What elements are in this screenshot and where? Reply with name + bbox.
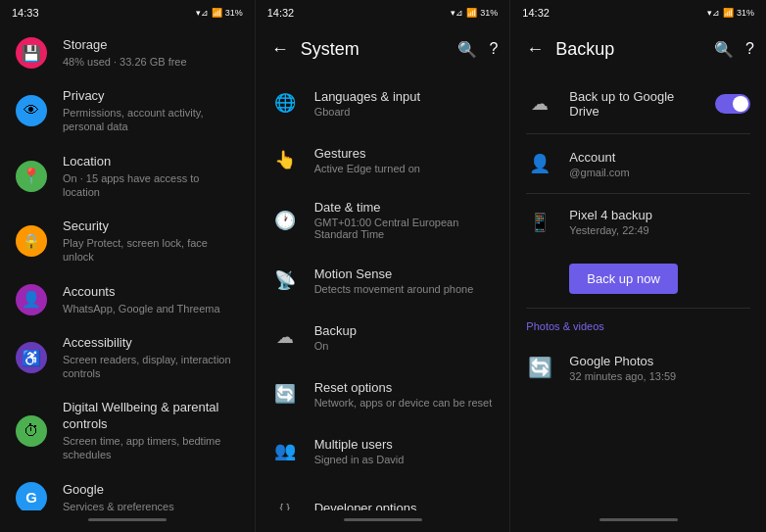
system-date-time[interactable]: 🕐 Date & time GMT+01:00 Central European… bbox=[256, 188, 510, 252]
signal-icon-3: 📶 bbox=[723, 8, 734, 18]
sidebar-item-accounts[interactable]: 👤 Accounts WhatsApp, Google and Threema bbox=[0, 274, 255, 325]
status-bar-2: 14:32 ▾⊿ 📶 31% bbox=[256, 0, 510, 24]
storage-title: Storage bbox=[63, 37, 239, 54]
wellbeing-icon: ⏱ bbox=[16, 415, 47, 447]
gestures-sub: Active Edge turned on bbox=[314, 163, 495, 174]
phone-icon: 📱 bbox=[526, 212, 553, 233]
security-text: Security Play Protect, screen lock, face… bbox=[63, 218, 239, 264]
backup-to-google-item[interactable]: ☁ Back up to Google Drive bbox=[510, 74, 766, 133]
location-icon: 📍 bbox=[16, 161, 47, 192]
wellbeing-sub: Screen time, app timers, bedtime schedul… bbox=[63, 434, 239, 462]
account-item[interactable]: 👤 Account @gmail.com bbox=[510, 134, 766, 193]
account-icon: 👤 bbox=[526, 153, 553, 174]
languages-title: Languages & input bbox=[314, 89, 495, 104]
accounts-title: Accounts bbox=[63, 284, 239, 301]
date-icon: 🕐 bbox=[271, 210, 299, 231]
accessibility-icon: ♿ bbox=[16, 342, 47, 373]
motion-sub: Detects movement around phone bbox=[314, 283, 495, 295]
system-header: ← System 🔍 ? bbox=[256, 24, 510, 74]
system-languages[interactable]: 🌐 Languages & input Gboard bbox=[256, 74, 510, 131]
sidebar-item-google[interactable]: G Google Services & preferences bbox=[0, 472, 255, 510]
status-bar-1: 14:33 ▾⊿ 📶 31% bbox=[0, 0, 255, 24]
accessibility-sub: Screen readers, display, interaction con… bbox=[63, 353, 239, 381]
wellbeing-text: Digital Wellbeing & parental controls Sc… bbox=[63, 400, 239, 461]
help-icon-system[interactable]: ? bbox=[489, 40, 498, 58]
back-button-system[interactable]: ← bbox=[267, 35, 293, 64]
google-photos-item[interactable]: 🔄 Google Photos 32 minutes ago, 13:59 bbox=[510, 338, 766, 397]
search-icon-system[interactable]: 🔍 bbox=[457, 40, 477, 59]
backup-to-google-title: Back up to Google Drive bbox=[569, 89, 699, 119]
google-text: Google Services & preferences bbox=[63, 482, 239, 510]
account-title: Account bbox=[569, 150, 750, 165]
system-backup[interactable]: ☁ Backup On bbox=[256, 309, 510, 365]
security-icon: 🔒 bbox=[16, 225, 47, 257]
security-title: Security bbox=[63, 218, 239, 235]
pixel4-backup-item: 📱 Pixel 4 backup Yesterday, 22:49 Back u… bbox=[510, 194, 766, 308]
panel-settings: 14:33 ▾⊿ 📶 31% 💾 Storage 48% used · 33.2… bbox=[0, 0, 256, 532]
sidebar-item-privacy[interactable]: 👁 Privacy Permissions, account activity,… bbox=[0, 78, 255, 143]
sidebar-item-security[interactable]: 🔒 Security Play Protect, screen lock, fa… bbox=[0, 209, 255, 273]
system-reset[interactable]: 🔄 Reset options Network, apps or device … bbox=[256, 365, 510, 422]
google-sub: Services & preferences bbox=[63, 500, 239, 510]
back-up-now-button[interactable]: Back up now bbox=[569, 264, 677, 294]
system-gestures[interactable]: 👆 Gestures Active Edge turned on bbox=[256, 131, 510, 188]
panel-backup: 14:32 ▾⊿ 📶 31% ← Backup 🔍 ? ☁ Back up to… bbox=[510, 0, 766, 532]
backup-title: Backup bbox=[314, 323, 495, 338]
time-1: 14:33 bbox=[12, 7, 39, 19]
back-button-backup[interactable]: ← bbox=[522, 35, 548, 64]
backup-text: Backup On bbox=[314, 323, 495, 352]
backup-sub: On bbox=[314, 340, 495, 352]
storage-sub: 48% used · 33.26 GB free bbox=[63, 55, 239, 69]
system-header-actions: 🔍 ? bbox=[457, 40, 498, 59]
date-sub: GMT+01:00 Central European Standard Time bbox=[314, 217, 495, 240]
system-users[interactable]: 👥 Multiple users Signed in as David bbox=[256, 422, 510, 479]
users-title: Multiple users bbox=[314, 437, 495, 452]
google-photos-sub: 32 minutes ago, 13:59 bbox=[569, 370, 750, 382]
dev-text: Developer options bbox=[314, 501, 495, 511]
time-2: 14:32 bbox=[267, 7, 295, 19]
date-text: Date & time GMT+01:00 Central European S… bbox=[314, 200, 495, 240]
panel-system: 14:32 ▾⊿ 📶 31% ← System 🔍 ? 🌐 Languages … bbox=[256, 0, 511, 532]
privacy-sub: Permissions, account activity, personal … bbox=[63, 106, 239, 134]
accounts-sub: WhatsApp, Google and Threema bbox=[63, 302, 239, 315]
battery-3: 31% bbox=[737, 8, 754, 18]
languages-text: Languages & input Gboard bbox=[314, 89, 495, 118]
time-3: 14:32 bbox=[522, 7, 550, 19]
reset-title: Reset options bbox=[314, 380, 495, 395]
pixel4-sub: Yesterday, 22:49 bbox=[569, 224, 750, 236]
search-icon-backup[interactable]: 🔍 bbox=[714, 40, 734, 59]
sidebar-item-location[interactable]: 📍 Location On · 15 apps have access to l… bbox=[0, 144, 255, 209]
storage-icon: 💾 bbox=[16, 37, 47, 69]
system-dev-options[interactable]: { } Developer options bbox=[256, 479, 510, 510]
settings-list: 💾 Storage 48% used · 33.26 GB free 👁 Pri… bbox=[0, 24, 255, 510]
users-text: Multiple users Signed in as David bbox=[314, 437, 495, 465]
privacy-text: Privacy Permissions, account activity, p… bbox=[63, 88, 239, 133]
gestures-text: Gestures Active Edge turned on bbox=[314, 146, 495, 174]
photos-icon: 🔄 bbox=[526, 356, 553, 379]
dev-title: Developer options bbox=[314, 501, 495, 511]
privacy-title: Privacy bbox=[63, 88, 239, 105]
accounts-icon: 👤 bbox=[16, 284, 47, 315]
backup-header-actions: 🔍 ? bbox=[714, 40, 754, 59]
cloud-upload-icon: ☁ bbox=[526, 93, 553, 115]
backup-toggle[interactable] bbox=[715, 94, 750, 114]
sidebar-item-wellbeing[interactable]: ⏱ Digital Wellbeing & parental controls … bbox=[0, 390, 255, 471]
accounts-text: Accounts WhatsApp, Google and Threema bbox=[63, 284, 239, 315]
motion-text: Motion Sense Detects movement around pho… bbox=[314, 266, 495, 295]
nav-bar-2 bbox=[256, 510, 510, 532]
privacy-icon: 👁 bbox=[16, 95, 47, 126]
dev-icon: { } bbox=[271, 502, 299, 510]
sidebar-item-accessibility[interactable]: ♿ Accessibility Screen readers, display,… bbox=[0, 325, 255, 390]
wifi-icon-2: ▾⊿ bbox=[451, 8, 463, 18]
sidebar-item-storage[interactable]: 💾 Storage 48% used · 33.26 GB free bbox=[0, 27, 255, 78]
help-icon-backup[interactable]: ? bbox=[745, 40, 754, 58]
users-icon: 👥 bbox=[271, 440, 299, 461]
status-icons-2: ▾⊿ 📶 31% bbox=[451, 8, 498, 18]
pixel4-title: Pixel 4 backup bbox=[569, 208, 750, 222]
location-text: Location On · 15 apps have access to loc… bbox=[63, 154, 239, 199]
gestures-title: Gestures bbox=[314, 146, 495, 161]
system-motion-sense[interactable]: 📡 Motion Sense Detects movement around p… bbox=[256, 252, 510, 309]
reset-icon: 🔄 bbox=[271, 383, 299, 405]
users-sub: Signed in as David bbox=[314, 454, 495, 465]
location-title: Location bbox=[63, 154, 239, 170]
